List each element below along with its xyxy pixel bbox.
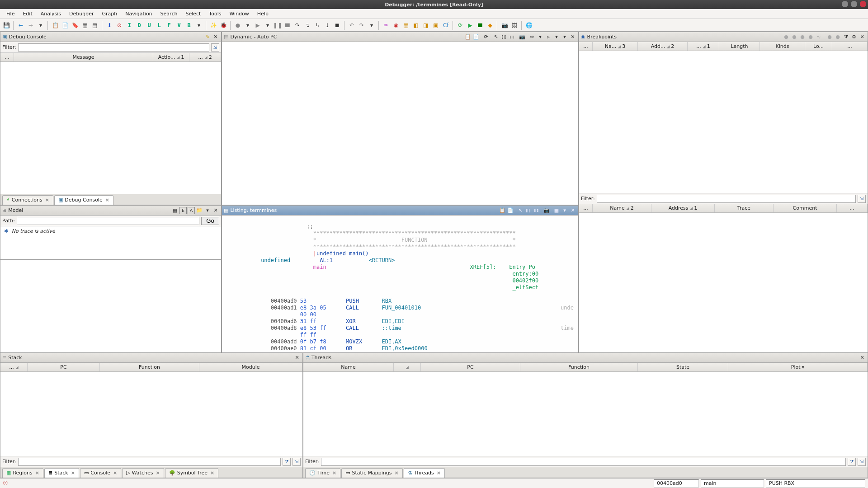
- step-out-icon[interactable]: ↳: [313, 21, 322, 30]
- toggle1-icon[interactable]: ⫿⫿: [525, 207, 532, 214]
- close-icon[interactable]: ×: [35, 470, 39, 476]
- bp2-col-e[interactable]: ...: [837, 204, 868, 212]
- cursor-icon[interactable]: ↖: [492, 33, 500, 41]
- bp2-col-addr[interactable]: Address◢1: [651, 204, 715, 212]
- th-col-plot[interactable]: Plot ▾: [728, 363, 868, 371]
- e-icon[interactable]: E: [179, 207, 187, 214]
- tab-regions[interactable]: ▦Regions×: [2, 468, 43, 478]
- letter-l-button[interactable]: L: [155, 21, 164, 30]
- bp-dot4-icon[interactable]: ●: [807, 33, 814, 41]
- window-close-button[interactable]: [860, 1, 866, 7]
- step-down-icon[interactable]: ⬇: [105, 21, 114, 30]
- bp-col-l[interactable]: ...◢1: [688, 42, 719, 51]
- save-icon[interactable]: 💾: [2, 21, 11, 30]
- bp-list-icon[interactable]: ▦: [401, 21, 410, 30]
- bp2-col-a[interactable]: ...: [579, 204, 593, 212]
- letter-i-button[interactable]: I: [125, 21, 134, 30]
- diamond-icon[interactable]: ◆: [486, 21, 495, 30]
- copy-icon[interactable]: 📋: [499, 207, 506, 214]
- paste-icon[interactable]: 📄: [61, 21, 70, 30]
- play-icon[interactable]: ▹: [545, 33, 552, 41]
- grid-icon[interactable]: ▦: [171, 207, 179, 214]
- bp-filter-icon[interactable]: ⧩: [842, 33, 849, 41]
- tab-console[interactable]: ▭Console×: [80, 468, 121, 478]
- sync-icon[interactable]: ⟳: [456, 21, 465, 30]
- bp-col-e[interactable]: ...: [832, 42, 868, 51]
- marker-icon[interactable]: ✏: [382, 21, 391, 30]
- window-minimize-button[interactable]: [842, 1, 848, 7]
- menu-edit[interactable]: Edit: [19, 10, 36, 18]
- close-icon[interactable]: ✕: [212, 33, 219, 41]
- model-go-button[interactable]: Go: [201, 217, 219, 225]
- letter-v-button[interactable]: V: [175, 21, 184, 30]
- tab-time[interactable]: 🕒Time×: [305, 468, 340, 478]
- menu-help[interactable]: Help: [254, 10, 272, 18]
- bp-clear-icon[interactable]: ▣: [431, 21, 440, 30]
- menu-analysis[interactable]: Analysis: [37, 10, 65, 18]
- model-path-input[interactable]: [17, 217, 199, 225]
- close-icon[interactable]: ×: [394, 470, 398, 476]
- cf-icon[interactable]: Cf: [441, 21, 450, 30]
- snapshot-icon[interactable]: 📷: [500, 21, 509, 30]
- bp-settings-icon[interactable]: ⚙: [850, 33, 858, 41]
- breakpoints-filter-input[interactable]: [597, 195, 856, 203]
- col-sort2[interactable]: ...◢2: [189, 53, 221, 61]
- filter-go-icon[interactable]: ⇲: [858, 195, 866, 203]
- bp-disable-icon[interactable]: ◨: [421, 21, 430, 30]
- col-ellipsis[interactable]: ...: [0, 53, 14, 61]
- menu-icon[interactable]: ▾: [561, 207, 568, 214]
- stop-icon[interactable]: ⯀: [283, 21, 292, 30]
- close-icon[interactable]: ×: [113, 470, 117, 476]
- filter-go-icon[interactable]: ⇲: [292, 458, 301, 466]
- th-col-name[interactable]: Name: [303, 363, 394, 371]
- filter-go-icon[interactable]: ⇲: [858, 458, 866, 466]
- bp-dot1-icon[interactable]: ●: [783, 33, 790, 41]
- close-icon[interactable]: ×: [332, 470, 336, 476]
- col-message[interactable]: Message: [14, 53, 153, 61]
- close-icon[interactable]: ×: [71, 470, 75, 476]
- nav-back-button[interactable]: ⬅: [16, 21, 25, 30]
- run-icon[interactable]: 🐞: [219, 21, 228, 30]
- bp-dot6-icon[interactable]: ●: [834, 33, 841, 41]
- th-col-fn[interactable]: Function: [520, 363, 638, 371]
- bp-col-a[interactable]: ...: [579, 42, 593, 51]
- tab-watches[interactable]: ▷Watches×: [122, 468, 164, 478]
- folder-icon[interactable]: 📁: [196, 207, 203, 214]
- tab-symbol-tree[interactable]: 🌳Symbol Tree×: [165, 468, 219, 478]
- redo-icon[interactable]: ↷: [357, 21, 366, 30]
- list-icon[interactable]: ▤: [90, 21, 99, 30]
- bp-col-len[interactable]: Length: [719, 42, 760, 51]
- go-icon[interactable]: ▶: [466, 21, 475, 30]
- close-icon[interactable]: ×: [105, 197, 109, 203]
- close-icon[interactable]: ✕: [569, 33, 576, 41]
- filter-cfg-icon[interactable]: ⧩: [283, 458, 291, 466]
- tab-static-mappings[interactable]: ▭Static Mappings×: [341, 468, 403, 478]
- close-icon[interactable]: ×: [437, 470, 441, 476]
- toggle2-icon[interactable]: ⫾⫾: [509, 33, 516, 41]
- stack-col-a[interactable]: ...◢: [0, 363, 28, 371]
- letter-b-button[interactable]: B: [184, 21, 193, 30]
- debug-console-filter-input[interactable]: [18, 43, 209, 52]
- menu-select[interactable]: Select: [182, 10, 204, 18]
- camera-icon[interactable]: 📷: [543, 207, 550, 214]
- bp-dot3-icon[interactable]: ●: [799, 33, 806, 41]
- menu-search[interactable]: Search: [157, 10, 181, 18]
- step-last-icon[interactable]: ⤓: [323, 21, 332, 30]
- terminate-icon[interactable]: ⯀: [476, 21, 485, 30]
- copy-icon[interactable]: 📋: [51, 21, 60, 30]
- dropdown-icon[interactable]: ▾: [36, 21, 45, 30]
- paste-icon[interactable]: 📄: [472, 33, 480, 41]
- close-icon[interactable]: ✕: [212, 207, 219, 214]
- th-col-state[interactable]: State: [638, 363, 728, 371]
- stack-col-pc[interactable]: PC: [28, 363, 100, 371]
- bp-col-lo[interactable]: Lo...: [805, 42, 832, 51]
- bp-col-kinds[interactable]: Kinds: [760, 42, 805, 51]
- globe-icon[interactable]: 🌐: [524, 21, 533, 30]
- letter-d-button[interactable]: D: [135, 21, 144, 30]
- menu-icon[interactable]: ▾: [561, 33, 568, 41]
- menu-graph[interactable]: Graph: [99, 10, 121, 18]
- copy-icon[interactable]: 📋: [464, 33, 472, 41]
- close-icon[interactable]: ✕: [859, 33, 866, 41]
- bp-col-addr[interactable]: Add...◢2: [638, 42, 688, 51]
- close-icon[interactable]: ✕: [569, 207, 576, 214]
